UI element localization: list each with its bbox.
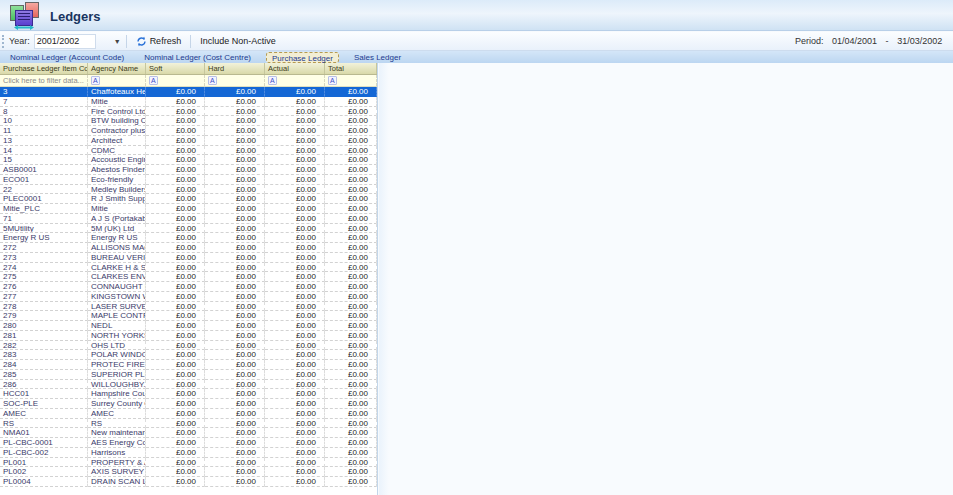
cell-item-code: 283 bbox=[0, 350, 88, 360]
filter-cell[interactable]: A bbox=[325, 75, 377, 86]
cell-total: £0.00 bbox=[325, 282, 377, 292]
column-header-total[interactable]: Total bbox=[325, 63, 377, 74]
cell-soft: £0.00 bbox=[146, 243, 205, 253]
table-row[interactable]: NMA01 New maintenanc... £0.00 £0.00 £0.0… bbox=[0, 428, 377, 438]
cell-agency-name: R J Smith Suppli... bbox=[88, 194, 146, 204]
table-row[interactable]: SOC-PLE Surrey County C... £0.00 £0.00 £… bbox=[0, 399, 377, 409]
cell-agency-name: Architect bbox=[88, 136, 146, 146]
table-row[interactable]: 8 Fire Control Ltd £0.00 £0.00 £0.00 £0.… bbox=[0, 107, 377, 117]
table-row[interactable]: 15 Accoustic Engin... £0.00 £0.00 £0.00 … bbox=[0, 155, 377, 165]
cell-actual: £0.00 bbox=[265, 311, 325, 321]
cell-agency-name: WILLOUGHBY... bbox=[88, 380, 146, 390]
cell-actual: £0.00 bbox=[265, 302, 325, 312]
filter-cell[interactable]: A bbox=[265, 75, 325, 86]
include-non-active-toggle[interactable]: Include Non-Active bbox=[196, 35, 280, 47]
cell-hard: £0.00 bbox=[205, 263, 265, 273]
table-row[interactable]: 277 KINGSTOWN W... £0.00 £0.00 £0.00 £0.… bbox=[0, 292, 377, 302]
table-row[interactable]: AMEC AMEC £0.00 £0.00 £0.00 £0.00 bbox=[0, 409, 377, 419]
filter-cell[interactable]: A bbox=[88, 75, 146, 86]
table-row[interactable]: Mitie_PLC Mitie £0.00 £0.00 £0.00 £0.00 bbox=[0, 204, 377, 214]
cell-agency-name: OHS LTD bbox=[88, 341, 146, 351]
cell-hard: £0.00 bbox=[205, 467, 265, 477]
table-row[interactable]: 273 BUREAU VERIT... £0.00 £0.00 £0.00 £0… bbox=[0, 253, 377, 263]
filter-cell[interactable]: A bbox=[205, 75, 265, 86]
filter-cell[interactable]: A bbox=[146, 75, 205, 86]
table-row[interactable]: RS RS £0.00 £0.00 £0.00 £0.00 bbox=[0, 419, 377, 429]
table-row[interactable]: PLEC0001 R J Smith Suppli... £0.00 £0.00… bbox=[0, 194, 377, 204]
cell-soft: £0.00 bbox=[146, 224, 205, 234]
cell-actual: £0.00 bbox=[265, 233, 325, 243]
table-row[interactable]: 282 OHS LTD £0.00 £0.00 £0.00 £0.00 bbox=[0, 341, 377, 351]
filter-a-icon[interactable]: A bbox=[91, 76, 100, 85]
cell-hard: £0.00 bbox=[205, 116, 265, 126]
table-row[interactable]: ECO01 Eco-friendly £0.00 £0.00 £0.00 £0.… bbox=[0, 175, 377, 185]
table-row[interactable]: PL001 PROPERTY & A... £0.00 £0.00 £0.00 … bbox=[0, 458, 377, 468]
cell-item-code: 279 bbox=[0, 311, 88, 321]
table-row[interactable]: PL0004 DRAIN SCAN L... £0.00 £0.00 £0.00… bbox=[0, 477, 377, 487]
cell-item-code: NMA01 bbox=[0, 428, 88, 438]
table-row[interactable]: ASB0001 Abestos Finders £0.00 £0.00 £0.0… bbox=[0, 165, 377, 175]
period-to: 31/03/2002 bbox=[897, 36, 942, 46]
table-row[interactable]: 71 A J S (Portakabi... £0.00 £0.00 £0.00… bbox=[0, 214, 377, 224]
tab-nominal-ledger-account-code[interactable]: Nominal Ledger (Account Code) bbox=[0, 52, 134, 63]
tab-purchase-ledger[interactable]: Purchase Ledger bbox=[266, 52, 339, 63]
table-row[interactable]: 276 CONNAUGHT P... £0.00 £0.00 £0.00 £0.… bbox=[0, 282, 377, 292]
cell-hard: £0.00 bbox=[205, 341, 265, 351]
cell-agency-name: 5M (UK) Ltd bbox=[88, 224, 146, 234]
tab-sales-ledger[interactable]: Sales Ledger bbox=[344, 52, 411, 63]
table-row[interactable]: 274 CLARKE H & S... £0.00 £0.00 £0.00 £0… bbox=[0, 263, 377, 273]
refresh-button[interactable]: Refresh bbox=[132, 35, 186, 48]
table-row[interactable]: PL-CBC-0001 AES Energy Co... £0.00 £0.00… bbox=[0, 438, 377, 448]
table-row[interactable]: 281 NORTH YORKS... £0.00 £0.00 £0.00 £0.… bbox=[0, 331, 377, 341]
table-row[interactable]: 284 PROTEC FIRE... £0.00 £0.00 £0.00 £0.… bbox=[0, 360, 377, 370]
cell-total: £0.00 bbox=[325, 341, 377, 351]
cell-item-code: Mitie_PLC bbox=[0, 204, 88, 214]
cell-total: £0.00 bbox=[325, 477, 377, 487]
column-header-agency-name[interactable]: Agency Name bbox=[88, 63, 146, 74]
cell-soft: £0.00 bbox=[146, 341, 205, 351]
cell-soft: £0.00 bbox=[146, 97, 205, 107]
toolbar-grip[interactable] bbox=[2, 35, 5, 48]
table-row[interactable]: 285 SUPERIOR PLU... £0.00 £0.00 £0.00 £0… bbox=[0, 370, 377, 380]
table-row[interactable]: 286 WILLOUGHBY... £0.00 £0.00 £0.00 £0.0… bbox=[0, 380, 377, 390]
cell-total: £0.00 bbox=[325, 380, 377, 390]
table-row[interactable]: 278 LASER SURVE... £0.00 £0.00 £0.00 £0.… bbox=[0, 302, 377, 312]
table-row[interactable]: 14 CDMC £0.00 £0.00 £0.00 £0.00 bbox=[0, 146, 377, 156]
cell-hard: £0.00 bbox=[205, 428, 265, 438]
cell-item-code: 8 bbox=[0, 107, 88, 117]
cell-agency-name: Accoustic Engin... bbox=[88, 155, 146, 165]
year-dropdown-arrow-icon[interactable]: ▼ bbox=[114, 38, 121, 45]
table-row[interactable]: 10 BTW building Co £0.00 £0.00 £0.00 £0.… bbox=[0, 116, 377, 126]
filter-a-icon[interactable]: A bbox=[328, 76, 337, 85]
filter-a-icon[interactable]: A bbox=[149, 76, 158, 85]
table-row[interactable]: 7 Mitie £0.00 £0.00 £0.00 £0.00 bbox=[0, 97, 377, 107]
column-header-purchase-ledger-item-code[interactable]: Purchase Ledger Item Code bbox=[0, 63, 88, 74]
cell-soft: £0.00 bbox=[146, 263, 205, 273]
year-combobox[interactable]: 2001/2002 bbox=[34, 34, 96, 49]
column-header-soft[interactable]: Soft bbox=[146, 63, 205, 74]
table-row[interactable]: 279 MAPLE CONTR... £0.00 £0.00 £0.00 £0.… bbox=[0, 311, 377, 321]
tab-nominal-ledger-cost-centre[interactable]: Nominal Ledger (Cost Centre) bbox=[134, 52, 261, 63]
table-row[interactable]: 13 Architect £0.00 £0.00 £0.00 £0.00 bbox=[0, 136, 377, 146]
table-row[interactable]: 22 Medley Builders £0.00 £0.00 £0.00 £0.… bbox=[0, 185, 377, 195]
table-row[interactable]: 5MUtility 5M (UK) Ltd £0.00 £0.00 £0.00 … bbox=[0, 224, 377, 234]
filter-a-icon[interactable]: A bbox=[208, 76, 217, 85]
cell-soft: £0.00 bbox=[146, 146, 205, 156]
table-row[interactable]: 280 NEDL £0.00 £0.00 £0.00 £0.00 bbox=[0, 321, 377, 331]
table-row[interactable]: PL-CBC-002 Harrisons £0.00 £0.00 £0.00 £… bbox=[0, 448, 377, 458]
table-row[interactable]: 275 CLARKES ENVI... £0.00 £0.00 £0.00 £0… bbox=[0, 272, 377, 282]
cell-hard: £0.00 bbox=[205, 155, 265, 165]
table-row[interactable]: Energy R US Energy R US £0.00 £0.00 £0.0… bbox=[0, 233, 377, 243]
table-row[interactable]: 3 Chaffoteaux Hea... £0.00 £0.00 £0.00 £… bbox=[0, 87, 377, 97]
table-row[interactable]: 272 ALLISONS MAC... £0.00 £0.00 £0.00 £0… bbox=[0, 243, 377, 253]
table-row[interactable]: PL002 AXIS SURVEY £0.00 £0.00 £0.00 £0.0… bbox=[0, 467, 377, 477]
table-row[interactable]: 283 POLAR WINDO... £0.00 £0.00 £0.00 £0.… bbox=[0, 350, 377, 360]
column-header-hard[interactable]: Hard bbox=[205, 63, 265, 74]
column-header-actual[interactable]: Actual bbox=[265, 63, 325, 74]
cell-actual: £0.00 bbox=[265, 185, 325, 195]
cell-soft: £0.00 bbox=[146, 253, 205, 263]
table-row[interactable]: HCC01 Hampshire Coun... £0.00 £0.00 £0.0… bbox=[0, 389, 377, 399]
filter-a-icon[interactable]: A bbox=[268, 76, 277, 85]
filter-prompt-cell[interactable]: Click here to filter data... bbox=[0, 75, 88, 86]
table-row[interactable]: 11 Contractor plus £0.00 £0.00 £0.00 £0.… bbox=[0, 126, 377, 136]
